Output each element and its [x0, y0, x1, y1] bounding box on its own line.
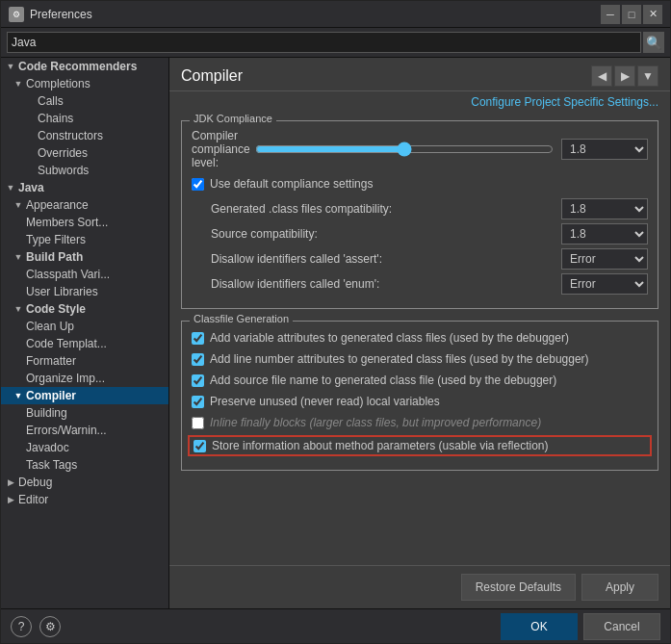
window-icon: ⚙: [9, 7, 24, 22]
sidebar-item-javadoc[interactable]: Javadoc: [1, 439, 168, 456]
use-default-label: Use default compliance settings: [210, 177, 373, 191]
source-file-name-checkbox[interactable]: [192, 374, 204, 387]
nav-buttons: ◀ ▶ ▼: [591, 65, 658, 87]
inline-finally-checkbox[interactable]: [192, 417, 204, 429]
title-bar: ⚙ Preferences ─ □ ✕: [1, 1, 670, 28]
sidebar-item-code-recommenders[interactable]: ▼ Code Recommenders: [1, 58, 168, 75]
bottom-left-icons: ? ⚙: [11, 616, 61, 637]
line-number-attrs-row: Add line number attributes to generated …: [192, 350, 648, 368]
help-icon[interactable]: ?: [11, 616, 32, 637]
bottom-bar: ? ⚙ OK Cancel: [1, 608, 670, 643]
sidebar-item-building[interactable]: Building: [1, 404, 168, 422]
nav-forward-button[interactable]: ▶: [614, 65, 635, 87]
sidebar-item-classpath-var[interactable]: Classpath Vari...: [1, 266, 168, 283]
nav-dropdown-button[interactable]: ▼: [637, 65, 658, 87]
disallow-enum-label: Disallow identifiers called 'enum':: [211, 277, 561, 291]
disallow-assert-row: Disallow identifiers called 'assert': Er…: [211, 248, 648, 270]
preferences-window: ⚙ Preferences ─ □ ✕ 🔍 ▼ Code Recommender…: [0, 0, 671, 644]
generated-class-select[interactable]: 1.8: [561, 198, 648, 219]
use-default-checkbox[interactable]: [192, 178, 204, 191]
sidebar-item-clean-up[interactable]: Clean Up: [1, 318, 168, 335]
compliance-level-label: Compiler compliance level:: [192, 129, 255, 169]
classfile-generation-group: Classfile Generation Add variable attrib…: [181, 321, 658, 471]
disallow-assert-select[interactable]: Error Warning Ignore: [561, 248, 648, 270]
source-file-name-row: Add source file name to generated class …: [192, 372, 648, 389]
sidebar-item-compiler[interactable]: ▼ Compiler: [1, 387, 168, 404]
line-number-attrs-label: Add line number attributes to generated …: [210, 352, 589, 366]
sidebar-item-subwords[interactable]: Subwords: [1, 162, 168, 179]
source-compat-select[interactable]: 1.8: [561, 223, 648, 245]
restore-defaults-button[interactable]: Restore Defaults: [461, 574, 576, 601]
search-input[interactable]: [7, 32, 641, 53]
generated-class-label: Generated .class files compatibility:: [211, 202, 561, 216]
jdk-compliance-title: JDK Compliance: [190, 113, 276, 124]
compliance-level-select[interactable]: 1.5 1.6 1.7 1.8 9 10 11: [561, 139, 648, 160]
settings-icon[interactable]: ⚙: [39, 616, 61, 637]
sidebar-item-constructors[interactable]: Constructors: [1, 127, 168, 144]
preserve-unused-checkbox[interactable]: [192, 396, 204, 408]
maximize-button[interactable]: □: [622, 5, 641, 24]
sidebar-item-editor[interactable]: ▶ Editor: [1, 491, 168, 508]
sidebar-item-organize-imp[interactable]: Organize Imp...: [1, 370, 168, 387]
source-compat-label: Source compatibility:: [211, 227, 561, 241]
sidebar-item-debug[interactable]: ▶ Debug: [1, 474, 168, 491]
sidebar-item-overrides[interactable]: Overrides: [1, 144, 168, 162]
sidebar-item-calls[interactable]: Calls: [1, 92, 168, 110]
sidebar-item-chains[interactable]: Chains: [1, 110, 168, 127]
inline-finally-row: Inline finally blocks (larger class file…: [192, 414, 648, 431]
footer-buttons: Restore Defaults Apply: [461, 574, 658, 601]
bottom-right-buttons: OK Cancel: [501, 613, 660, 640]
sidebar-item-appearance[interactable]: ▼ Appearance: [1, 196, 168, 214]
sidebar-item-task-tags[interactable]: Task Tags: [1, 456, 168, 474]
sidebar-item-build-path[interactable]: ▼ Build Path: [1, 248, 168, 266]
use-default-row: Use default compliance settings: [192, 177, 648, 191]
sidebar-item-formatter[interactable]: Formatter: [1, 352, 168, 370]
minimize-button[interactable]: ─: [601, 5, 620, 24]
sidebar-item-java[interactable]: ▼ Java: [1, 179, 168, 196]
search-bar: 🔍: [1, 28, 670, 58]
classfile-generation-title: Classfile Generation: [190, 313, 293, 324]
right-panel: Compiler ◀ ▶ ▼ Configure Project Specifi…: [169, 58, 670, 608]
expand-arrow: ▼: [5, 62, 16, 71]
nav-back-button[interactable]: ◀: [591, 65, 612, 87]
inline-finally-label: Inline finally blocks (larger class file…: [210, 416, 541, 429]
sidebar-item-members-sort[interactable]: Members Sort...: [1, 214, 168, 231]
sidebar-item-user-libraries[interactable]: User Libraries: [1, 283, 168, 300]
expand-arrow: ▼: [13, 252, 24, 262]
store-method-params-label: Store information about method parameter…: [212, 439, 549, 452]
sidebar-item-code-template[interactable]: Code Templat...: [1, 335, 168, 352]
expand-arrow: ▼: [13, 79, 24, 89]
preserve-unused-row: Preserve unused (never read) local varia…: [192, 393, 648, 410]
source-file-name-label: Add source file name to generated class …: [210, 374, 556, 387]
apply-button[interactable]: Apply: [581, 574, 658, 601]
sidebar-item-type-filters[interactable]: Type Filters: [1, 231, 168, 248]
preserve-unused-label: Preserve unused (never read) local varia…: [210, 395, 440, 408]
ok-button[interactable]: OK: [501, 613, 578, 640]
disallow-enum-row: Disallow identifiers called 'enum': Erro…: [211, 273, 648, 295]
source-compat-row: Source compatibility: 1.8: [211, 223, 648, 245]
configure-project-link[interactable]: Configure Project Specific Settings...: [169, 91, 670, 113]
compliance-level-row: Compiler compliance level: 1.5 1.6 1.7 1…: [192, 129, 648, 169]
variable-attrs-label: Add variable attributes to generated cla…: [210, 331, 569, 345]
sidebar-item-errors-warnings[interactable]: Errors/Warnin...: [1, 422, 168, 439]
variable-attrs-checkbox[interactable]: [192, 332, 204, 345]
cancel-button[interactable]: Cancel: [583, 613, 660, 640]
sidebar-item-completions[interactable]: ▼ Completions: [1, 75, 168, 92]
panel-header: Compiler ◀ ▶ ▼: [169, 58, 670, 91]
sidebar-item-code-style[interactable]: ▼ Code Style: [1, 300, 168, 318]
expand-arrow: ▼: [13, 391, 24, 400]
expand-arrow: ▶: [5, 477, 16, 487]
panel-body: JDK Compliance Compiler compliance level…: [169, 113, 670, 565]
panel-title: Compiler: [181, 67, 243, 85]
jdk-compliance-group: JDK Compliance Compiler compliance level…: [181, 120, 658, 309]
title-bar-buttons: ─ □ ✕: [601, 5, 662, 24]
line-number-attrs-checkbox[interactable]: [192, 353, 204, 366]
compliance-slider[interactable]: [255, 142, 554, 157]
expand-arrow: ▶: [5, 495, 16, 504]
sidebar: ▼ Code Recommenders ▼ Completions Calls …: [1, 58, 169, 608]
disallow-enum-select[interactable]: Error Warning Ignore: [561, 273, 648, 295]
close-button[interactable]: ✕: [643, 5, 662, 24]
expand-arrow: ▼: [5, 183, 16, 193]
store-method-params-checkbox[interactable]: [194, 440, 206, 452]
search-button[interactable]: 🔍: [643, 32, 664, 53]
